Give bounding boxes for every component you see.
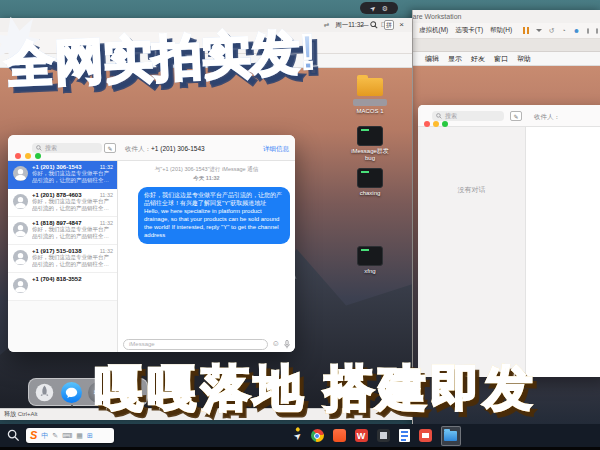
conversation-row[interactable]: +1 (201) 306-154311:32 你好，我们这边是专业做平台产品引流… xyxy=(8,161,117,189)
thread-date: 今天 11:32 xyxy=(118,175,295,182)
avatar xyxy=(13,250,28,265)
menu-tabs[interactable]: 选项卡(T) xyxy=(455,26,483,35)
thread-header: 与"+1 (201) 306-1543"进行 iMessage 通信 xyxy=(118,166,295,173)
snip-tool-icon[interactable]: ➤ xyxy=(292,429,304,442)
search-input[interactable]: 搜索 xyxy=(32,143,102,153)
sync-icon[interactable]: ↺ xyxy=(549,27,555,34)
console-view-icon[interactable] xyxy=(587,28,589,34)
desktop-icon-label: xfng xyxy=(348,268,392,275)
search-icon xyxy=(436,113,442,119)
launchpad-icon[interactable] xyxy=(34,382,55,403)
gear-icon[interactable]: ⚙ xyxy=(382,5,388,12)
menubar-status-items: ⇄ 周一11:32 拼 xyxy=(324,18,394,32)
mac-menu-window[interactable]: 窗口 xyxy=(494,54,508,64)
sogou-logo[interactable]: S xyxy=(30,430,37,441)
conversation-preview: 你好，我们这边是专业做平台产品引流的，让您的产品销往全球！有… xyxy=(32,170,113,184)
fullscreen-icon[interactable] xyxy=(596,28,598,34)
taskbar-search-icon[interactable] xyxy=(7,429,20,442)
messages-dock-icon[interactable] xyxy=(61,382,82,403)
no-conversations-text: 没有对话 xyxy=(418,185,525,195)
menu-help[interactable]: 帮助(H) xyxy=(490,26,512,35)
desktop-icon-label: chaxing xyxy=(348,190,392,197)
toolbox-icon[interactable]: ⊞ xyxy=(87,432,93,439)
taskbar-app-icons: ➤ W xyxy=(294,424,461,447)
desktop-icon-label: iMessage群发bug xyxy=(348,148,392,161)
to-label: 收件人： xyxy=(534,113,560,122)
conversation-preview: 你好，我们这边是专业做平台产品引流的，让您的产品销往全球！有… xyxy=(32,254,113,268)
vmware-window-1: — □ × ⇄ 周一11:32 拼 MACOS 1 xyxy=(0,18,412,420)
compose-button[interactable]: ✎ xyxy=(510,111,522,121)
vmware2-menubar: 虚拟机(M) 选项卡(T) 帮助(H) ↺ ◔ ☻ xyxy=(413,23,600,39)
desktop-icon-imessage-bug[interactable]: iMessage群发bug xyxy=(348,126,392,161)
snapshot-icon[interactable]: ◔ xyxy=(561,27,565,34)
conversation-row[interactable]: +1 (704) 818-3552 xyxy=(8,273,117,301)
spotlight-search-icon[interactable] xyxy=(370,21,378,29)
mac-menu-buddies[interactable]: 好友 xyxy=(471,54,485,64)
document-icon[interactable] xyxy=(399,429,410,442)
desktop-icon-chaxing[interactable]: chaxing xyxy=(348,168,392,197)
vmware-window-2: VMware Workstation 虚拟机(M) 选项卡(T) 帮助(H) ↺… xyxy=(412,10,600,424)
message-input[interactable]: iMessage xyxy=(123,339,268,350)
user-icon[interactable]: ☻ xyxy=(573,27,580,34)
keyboard-icon[interactable]: ⌨ xyxy=(62,432,72,439)
file-explorer-icon[interactable] xyxy=(441,426,461,446)
menu-virtual-machine[interactable]: 虚拟机(M) xyxy=(419,26,448,35)
recorder-pill-toolbar: ➤ ⚙ xyxy=(360,2,398,14)
dark-app-icon xyxy=(357,168,383,188)
terminal-icon[interactable] xyxy=(377,429,390,442)
message-text-en: Hello, we here specialize in platform pr… xyxy=(144,207,284,239)
conversation-preview: 你好，我们这边是专业做平台产品引流的，让您的产品销往全球！有… xyxy=(32,226,113,240)
messages-window: 搜索 ✎ 收件人： +1 (201) 306-1543 详细信息 +1 (201… xyxy=(8,135,295,352)
desktop-icon-xfng[interactable]: xfng xyxy=(348,246,392,275)
vmware2-titlebar[interactable]: VMware Workstation xyxy=(413,10,600,23)
sogou-input-bar[interactable]: S 中 ✎ ⌨ ▦ ⊞ xyxy=(26,428,114,443)
menubar-clock[interactable]: 周一11:32 xyxy=(335,21,364,30)
avatar xyxy=(13,166,28,181)
screen: VMware Workstation 虚拟机(M) 选项卡(T) 帮助(H) ↺… xyxy=(0,0,600,450)
vmware-status-text: 释放 Ctrl+Alt xyxy=(4,410,38,419)
conversation-row[interactable]: +1 (818) 897-484711:32 你好，我们这边是专业做平台产品引流… xyxy=(8,217,117,245)
wps-icon[interactable]: W xyxy=(355,429,368,442)
dark-app-icon xyxy=(357,246,383,266)
emoji-icon[interactable]: ☺ xyxy=(272,340,280,348)
avatar xyxy=(13,222,28,237)
dock: ⚙ xyxy=(28,378,148,406)
desktop-icon-label: MACOS 1 xyxy=(348,108,392,115)
chrome-icon[interactable] xyxy=(311,429,324,442)
conversation-row[interactable]: +1 (201) 878-460311:32 你好，我们这边是专业做平台产品引流… xyxy=(8,189,117,217)
windows-taskbar: S 中 ✎ ⌨ ▦ ⊞ ➤ W xyxy=(0,424,600,447)
desktop-icon-folder[interactable]: MACOS 1 xyxy=(348,78,392,115)
dark-app-icon xyxy=(357,126,383,146)
cursor-icon[interactable]: ➤ xyxy=(368,3,377,12)
messages-window-empty: 搜索 ✎ 收件人： 没有对话 xyxy=(418,105,600,377)
folder-name-field[interactable] xyxy=(353,99,387,106)
running-indicator xyxy=(71,405,73,407)
system-preferences-icon[interactable]: ⚙ xyxy=(88,382,109,403)
message-bubble[interactable]: 你好，我们这边是专业做平台产品引流的，让您的产品销往全球！有兴趣了解回复"Y"获… xyxy=(138,187,290,244)
conversation-row[interactable]: +1 (917) 515-013811:32 你好，我们这边是专业做平台产品引流… xyxy=(8,245,117,273)
mail-icon[interactable] xyxy=(419,429,432,442)
messages2-toolbar: 搜索 ✎ 收件人： xyxy=(418,105,600,127)
chinese-mode-icon[interactable]: 中 xyxy=(41,432,48,439)
search-input[interactable]: 搜索 xyxy=(432,111,504,121)
microphone-icon[interactable] xyxy=(284,340,290,349)
mac-menu-edit[interactable]: 编辑 xyxy=(425,54,439,64)
details-link[interactable]: 详细信息 xyxy=(263,145,289,154)
pause-button[interactable] xyxy=(523,27,529,34)
emoji-icon[interactable]: ▦ xyxy=(76,432,83,439)
close-button[interactable]: × xyxy=(399,21,404,29)
input-method-indicator[interactable]: 拼 xyxy=(384,20,394,30)
to-value[interactable]: +1 (201) 306-1543 xyxy=(151,145,205,152)
compose-button[interactable]: ✎ xyxy=(104,143,116,153)
avatar xyxy=(13,194,28,209)
notes-icon[interactable] xyxy=(115,382,136,403)
vmware1-statusbar: 释放 Ctrl+Alt xyxy=(0,408,412,420)
chevron-down-icon[interactable] xyxy=(536,29,542,32)
search-icon xyxy=(36,145,42,151)
pen-icon[interactable]: ✎ xyxy=(52,432,58,439)
message-input-bar: iMessage ☺ xyxy=(118,336,295,352)
mac-menu-help[interactable]: 帮助 xyxy=(517,54,531,64)
netease-icon[interactable] xyxy=(333,429,346,442)
mac-menu-view[interactable]: 显示 xyxy=(448,54,462,64)
running-indicator xyxy=(98,405,100,407)
